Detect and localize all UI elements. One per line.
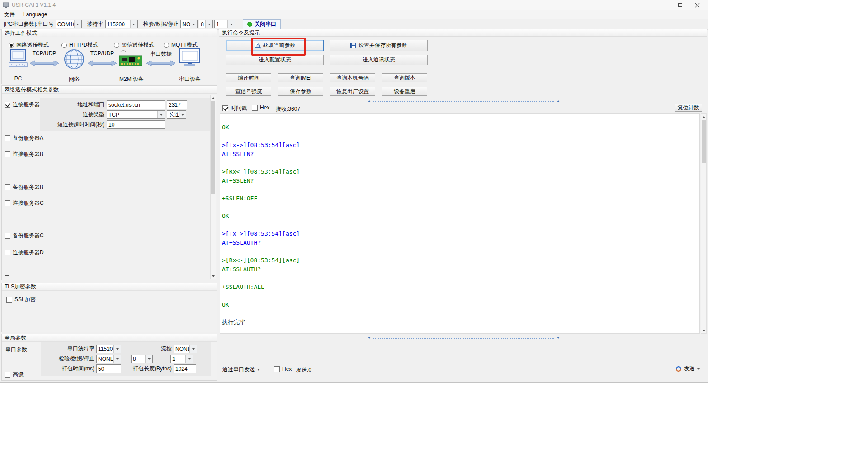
port-select[interactable]: COM10: [56, 20, 82, 28]
grid-button-1[interactable]: 查询IMEI: [278, 73, 323, 82]
network-globe-icon: [63, 48, 85, 70]
splitter-line: [373, 101, 554, 102]
log-line: AT+SSLAUTH?: [222, 238, 698, 247]
arrow-icon: [146, 60, 175, 66]
pack-length-input[interactable]: [174, 364, 196, 373]
advanced-checkbox-row[interactable]: 高级: [5, 371, 24, 378]
recv-hex-label: Hex: [260, 104, 269, 111]
reset-counter-label: 复位计数: [678, 104, 699, 112]
log-line: [222, 185, 698, 194]
server-checkbox-row-4[interactable]: 备份服务器C: [5, 232, 44, 240]
grid-button-5[interactable]: 保存参数: [278, 87, 323, 96]
log-line: >[Tx->][08:53:54][asc]: [222, 229, 698, 238]
checkbox-icon[interactable]: [5, 135, 10, 141]
parity-select[interactable]: NONI: [180, 20, 198, 28]
checkbox-icon[interactable]: [5, 250, 10, 255]
grid-button-3[interactable]: 查询版本: [382, 73, 427, 82]
scrollbar-thumb[interactable]: [702, 120, 706, 163]
chevron-down-icon[interactable]: [113, 355, 121, 363]
chevron-down-icon[interactable]: [227, 20, 235, 28]
ssl-checkbox-row[interactable]: SSL加密: [6, 296, 36, 303]
grid-button-6[interactable]: 恢复出厂设置: [330, 87, 375, 96]
recv-hex-checkbox-row[interactable]: Hex: [252, 104, 269, 111]
global-parity-select[interactable]: NONE: [96, 355, 121, 363]
stopbits-select[interactable]: 1: [214, 20, 235, 28]
grid-button-0[interactable]: 编译时间: [226, 73, 271, 82]
server-checkbox-row-3[interactable]: 连接服务器C: [5, 199, 44, 207]
global-baud-value: 115200: [97, 345, 113, 353]
net-params-scrollbar[interactable]: [210, 95, 216, 279]
global-stopbits-select[interactable]: 1: [170, 355, 193, 363]
log-bottom-splitter[interactable]: [367, 336, 561, 340]
radio-icon[interactable]: [9, 43, 14, 48]
stopbits-value: 1: [215, 20, 227, 28]
log-line: [222, 203, 698, 212]
global-databits-value: 8: [132, 355, 145, 363]
global-databits-select[interactable]: 8: [131, 355, 153, 363]
checkbox-icon[interactable]: [5, 184, 10, 190]
radio-icon[interactable]: [61, 43, 67, 48]
server-checkbox-row-2[interactable]: 备份服务器B: [5, 184, 43, 191]
send-hex-checkbox-row[interactable]: Hex: [274, 366, 292, 372]
enter-config-button[interactable]: 进入配置状态: [226, 55, 324, 65]
radio-icon[interactable]: [164, 43, 169, 48]
server-checkbox-row-5[interactable]: 连接服务器D: [5, 249, 44, 256]
splitter-arrow-icon[interactable]: [368, 100, 371, 102]
get-params-button[interactable]: 获取当前参数: [226, 40, 324, 51]
close-port-button[interactable]: 关闭串口: [243, 19, 281, 29]
checkbox-icon[interactable]: [222, 105, 228, 111]
scroll-up-icon[interactable]: [211, 95, 216, 101]
checkbox-icon[interactable]: [274, 366, 280, 372]
chevron-down-icon[interactable]: [190, 20, 197, 28]
maximize-button[interactable]: [671, 0, 689, 10]
enter-comm-button[interactable]: 进入通讯状态: [330, 55, 428, 65]
server-checkbox-row-1[interactable]: 连接服务器B: [5, 151, 43, 158]
databits-select[interactable]: 8: [199, 20, 213, 28]
chevron-down-icon[interactable]: [145, 355, 152, 363]
checkbox-icon[interactable]: [5, 372, 10, 378]
reset-counter-button[interactable]: 复位计数: [675, 104, 702, 112]
pc-node-label: PC: [6, 76, 30, 82]
send-via-dropdown[interactable]: 通过串口发送: [222, 366, 260, 373]
server-checkbox-row-0[interactable]: 备份服务器A: [5, 134, 43, 142]
sent-count: 发送:0: [296, 366, 311, 374]
chevron-down-icon[interactable]: [113, 345, 121, 353]
baud-select[interactable]: 115200: [105, 20, 138, 28]
chevron-down-icon[interactable]: [189, 345, 197, 353]
scroll-up-icon[interactable]: [701, 114, 706, 120]
send-button[interactable]: 发送: [675, 365, 700, 373]
scroll-down-icon[interactable]: [211, 273, 216, 279]
set-save-params-button[interactable]: 设置并保存所有参数: [330, 40, 428, 51]
log-area[interactable]: OK >[Tx->][08:53:54][asc]AT+SSLEN? >[Rx<…: [220, 113, 700, 334]
chevron-down-icon[interactable]: [205, 20, 212, 28]
splitter-arrow-icon[interactable]: [557, 337, 560, 339]
menu-file[interactable]: 文件: [0, 10, 19, 19]
app-icon[interactable]: [3, 2, 9, 8]
chevron-down-icon[interactable]: [74, 20, 81, 28]
log-line: AT+SSLEN?: [222, 176, 698, 185]
splitter-arrow-icon[interactable]: [368, 337, 371, 339]
checkbox-icon[interactable]: [6, 297, 12, 303]
timestamp-checkbox-row[interactable]: 时间戳: [222, 104, 247, 112]
close-button[interactable]: [689, 0, 706, 10]
chevron-down-icon[interactable]: [130, 20, 137, 28]
checkbox-icon[interactable]: [5, 233, 10, 239]
splitter-arrow-icon[interactable]: [557, 100, 560, 102]
pack-time-input[interactable]: [96, 364, 121, 373]
scrollbar-thumb[interactable]: [211, 101, 215, 194]
grid-button-2[interactable]: 查询本机号码: [330, 73, 375, 82]
scroll-down-icon[interactable]: [701, 327, 706, 333]
log-top-splitter[interactable]: [367, 100, 561, 104]
global-baud-select[interactable]: 115200: [96, 345, 121, 353]
checkbox-icon[interactable]: [252, 105, 258, 111]
minimize-button[interactable]: [654, 0, 671, 10]
radio-icon[interactable]: [114, 43, 119, 48]
grid-button-4[interactable]: 查信号强度: [226, 87, 271, 96]
menu-language[interactable]: Language: [19, 10, 51, 19]
checkbox-icon[interactable]: [5, 151, 10, 157]
chevron-down-icon[interactable]: [185, 355, 193, 363]
log-scrollbar[interactable]: [701, 113, 707, 334]
flow-control-select[interactable]: NONE: [174, 345, 197, 353]
grid-button-7[interactable]: 设备重启: [382, 87, 427, 96]
checkbox-icon[interactable]: [5, 200, 10, 206]
